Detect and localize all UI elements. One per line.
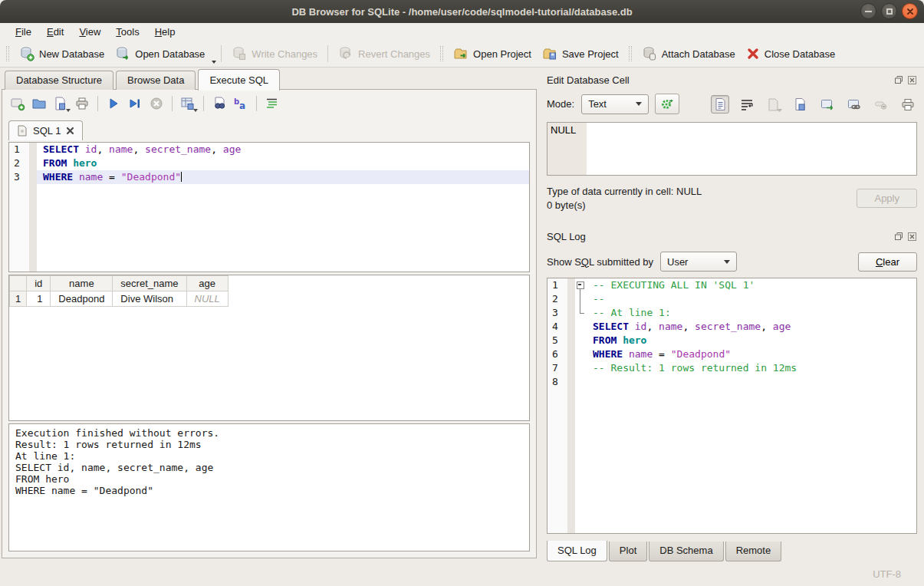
cell-value-editor[interactable]: NULL xyxy=(547,122,917,176)
menu-bar: File Edit View Tools Help xyxy=(0,23,924,41)
toolbar-separator xyxy=(97,96,98,111)
set-null-button xyxy=(872,95,890,114)
toolbar-drag-handle[interactable] xyxy=(6,46,9,61)
fold-margin xyxy=(575,361,587,375)
cell-id[interactable]: 1 xyxy=(27,291,51,307)
minimize-button[interactable] xyxy=(860,3,876,19)
encoding-indicator: UTF-8 xyxy=(873,568,901,580)
open-sql-file-button[interactable] xyxy=(28,94,50,114)
text-mode-button[interactable] xyxy=(711,95,729,114)
cell-secret-name[interactable]: Dive Wilson xyxy=(113,291,186,307)
database-attach-icon xyxy=(642,46,657,61)
filter-label: Show SQL submitted by xyxy=(547,256,653,268)
copy-link-button[interactable] xyxy=(845,95,863,114)
clear-log-button[interactable]: Clear xyxy=(858,252,917,272)
code-line: 1SELECT id, name, secret_name, age xyxy=(9,143,529,156)
apply-button: Apply xyxy=(857,189,917,208)
print-button[interactable] xyxy=(71,94,93,114)
print-icon xyxy=(901,97,915,111)
results-table: id name secret_name age 1 1 Deadpond Div… xyxy=(9,275,229,307)
window-controls xyxy=(860,3,918,19)
float-icon xyxy=(894,232,903,241)
mode-value: Text xyxy=(588,98,607,110)
save-sql-file-button[interactable] xyxy=(50,94,71,114)
export-results-button[interactable] xyxy=(177,94,199,114)
execute-line-button[interactable] xyxy=(124,94,146,114)
corner-header[interactable] xyxy=(10,276,27,291)
auto-mode-button[interactable] xyxy=(655,94,679,114)
sql-log-filter-row: Show SQL submitted by User Clear xyxy=(547,252,917,272)
new-database-button[interactable]: New Database xyxy=(14,43,110,64)
submitter-select[interactable]: User xyxy=(660,252,737,272)
toolbar-drag-handle[interactable] xyxy=(440,46,443,61)
menu-view[interactable]: View xyxy=(71,25,108,39)
tab-plot[interactable]: Plot xyxy=(609,542,647,561)
sql-log-view[interactable]: 1-- EXECUTING ALL IN 'SQL 1'2--3-- At li… xyxy=(547,278,917,534)
column-header-name[interactable]: name xyxy=(51,276,113,291)
execution-message[interactable]: Execution finished without errors. Resul… xyxy=(8,423,530,551)
fold-collapse-icon[interactable] xyxy=(575,278,587,292)
table-row: 1 1 Deadpond Dive Wilson NULL xyxy=(10,291,229,307)
column-header-id[interactable]: id xyxy=(27,276,51,291)
main-tab-bar: Database Structure Browse Data Execute S… xyxy=(0,67,540,90)
find-button[interactable] xyxy=(209,94,230,114)
close-database-button[interactable]: Close Database xyxy=(741,44,841,64)
menu-help[interactable]: Help xyxy=(147,25,183,39)
open-external-button[interactable] xyxy=(818,95,837,114)
word-wrap-button[interactable] xyxy=(738,95,756,114)
tab-db-schema[interactable]: DB Schema xyxy=(649,542,723,561)
float-icon xyxy=(894,75,903,84)
sql-editor[interactable]: 1SELECT id, name, secret_name, age2FROM … xyxy=(8,142,530,272)
close-panel-button[interactable] xyxy=(907,232,917,242)
open-database-dropdown-icon[interactable] xyxy=(212,61,216,64)
word-wrap-icon xyxy=(740,97,754,111)
cell-value: NULL xyxy=(551,124,576,136)
tab-database-structure[interactable]: Database Structure xyxy=(5,71,113,90)
toolbar-separator xyxy=(172,96,173,111)
submitter-value: User xyxy=(667,256,688,268)
code-line: 2FROM hero xyxy=(9,156,529,170)
mode-select[interactable]: Text xyxy=(581,94,649,114)
sql-1-tab[interactable]: SQL 1 xyxy=(8,120,83,140)
float-panel-button[interactable] xyxy=(893,75,903,85)
sql-tab-label: SQL 1 xyxy=(33,125,61,137)
execute-line-icon xyxy=(127,96,143,111)
column-header-age[interactable]: age xyxy=(186,276,228,291)
close-tab-icon[interactable] xyxy=(66,127,74,135)
tab-execute-sql[interactable]: Execute SQL xyxy=(198,69,280,91)
close-button[interactable] xyxy=(902,3,918,19)
minimize-icon xyxy=(865,11,872,12)
menu-file[interactable]: File xyxy=(8,25,39,39)
close-icon xyxy=(908,76,916,84)
tab-sql-log[interactable]: SQL Log xyxy=(547,541,607,561)
revert-changes-button: Revert Changes xyxy=(333,43,436,64)
column-header-secret-name[interactable]: secret_name xyxy=(113,276,186,291)
format-sql-button[interactable] xyxy=(261,94,283,114)
execute-all-button[interactable] xyxy=(103,94,124,114)
print-cell-button[interactable] xyxy=(899,95,917,114)
attach-database-button[interactable]: Attach Database xyxy=(636,43,741,64)
cell-age[interactable]: NULL xyxy=(186,291,228,307)
float-panel-button[interactable] xyxy=(893,232,903,242)
maximize-button[interactable] xyxy=(881,3,897,19)
code-line: 7-- Result: 1 rows returned in 12ms xyxy=(547,361,916,375)
save-project-button[interactable]: Save Project xyxy=(537,43,624,64)
import-data-button xyxy=(765,95,783,114)
menu-edit[interactable]: Edit xyxy=(39,25,71,39)
tab-remote[interactable]: Remote xyxy=(725,542,782,561)
menu-tools[interactable]: Tools xyxy=(108,25,146,39)
open-project-button[interactable]: Open Project xyxy=(448,43,537,64)
open-database-button[interactable]: Open Database xyxy=(110,43,210,64)
toolbar-drag-handle[interactable] xyxy=(629,46,632,61)
mode-label: Mode: xyxy=(547,98,574,110)
tab-browse-data[interactable]: Browse Data xyxy=(116,71,196,90)
close-icon xyxy=(908,232,916,241)
new-sql-tab-button[interactable] xyxy=(7,94,28,114)
results-grid[interactable]: id name secret_name age 1 1 Deadpond Div… xyxy=(8,275,530,421)
close-panel-button[interactable] xyxy=(907,75,917,85)
edit-cell-panel-header: Edit Database Cell xyxy=(547,72,917,87)
auto-complete-button[interactable]: b a xyxy=(230,94,252,114)
export-data-button[interactable] xyxy=(791,95,810,114)
row-header[interactable]: 1 xyxy=(10,291,27,307)
cell-name[interactable]: Deadpond xyxy=(51,291,113,307)
